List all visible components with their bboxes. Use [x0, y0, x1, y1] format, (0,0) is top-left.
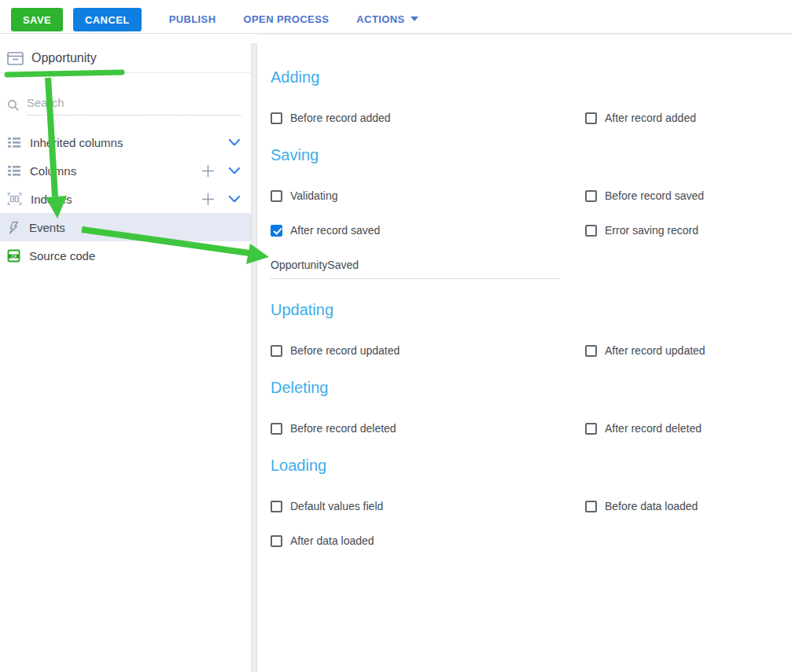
sidebar-item-indexes[interactable]: Indexes — [0, 185, 251, 213]
section-saving: SavingValidatingBefore record savedAfter… — [271, 146, 792, 279]
sidebar-item-source-code[interactable]: C#Source code — [0, 241, 251, 270]
sidebar-item-label: Source code — [29, 249, 241, 263]
event-option-default-values-field[interactable]: Default values field — [271, 500, 585, 512]
object-header: Opportunity — [0, 34, 251, 73]
event-option-after-record-updated[interactable]: After record updated — [585, 344, 792, 357]
event-option-error-saving-record[interactable]: Error saving record — [585, 224, 792, 237]
add-icon[interactable] — [201, 164, 215, 178]
caret-down-icon — [411, 17, 418, 21]
section-title: Saving — [271, 146, 792, 164]
list-icon — [7, 165, 21, 177]
section-loading: LoadingDefault values fieldBefore data l… — [271, 457, 792, 547]
event-option-after-data-loaded[interactable]: After data loaded — [271, 534, 585, 547]
cancel-button[interactable]: CANCEL — [73, 8, 142, 31]
checkbox-label: After data loaded — [290, 534, 374, 547]
checkbox-label: Validating — [290, 189, 337, 202]
checkbox-unchecked[interactable] — [585, 423, 597, 435]
checkbox-row: Before record addedAfter record added — [271, 112, 792, 124]
event-option-validating[interactable]: Validating — [271, 189, 585, 202]
checkbox-label: Before data loaded — [605, 500, 698, 512]
checkbox-unchecked[interactable] — [271, 423, 282, 435]
section-updating: UpdatingBefore record updatedAfter recor… — [271, 301, 792, 357]
section-title: Adding — [271, 68, 792, 86]
checkbox-label: Before record updated — [290, 344, 400, 357]
search-icon — [7, 99, 20, 116]
chevron-down-icon[interactable] — [228, 167, 241, 175]
checkbox-unchecked[interactable] — [271, 501, 282, 512]
publish-button[interactable]: PUBLISH — [169, 8, 216, 31]
chevron-down-icon[interactable] — [228, 138, 241, 147]
event-option-before-record-updated[interactable]: Before record updated — [271, 344, 585, 357]
checkbox-label: After record saved — [290, 224, 380, 237]
checkbox-unchecked[interactable] — [585, 190, 597, 202]
checkbox-unchecked[interactable] — [585, 501, 597, 512]
checkbox-label: Default values field — [290, 500, 383, 512]
checkbox-label: After record deleted — [605, 422, 702, 435]
add-icon[interactable] — [201, 193, 215, 206]
save-button[interactable]: SAVE — [11, 8, 63, 31]
source-file-icon: C# — [7, 249, 20, 263]
section-adding: AddingBefore record addedAfter record ad… — [271, 68, 792, 124]
section-title: Updating — [271, 301, 792, 319]
list-icon — [7, 137, 21, 149]
empty-cell — [585, 534, 792, 547]
chevron-down-icon[interactable] — [228, 195, 241, 204]
open-process-button[interactable]: OPEN PROCESS — [243, 8, 329, 31]
event-option-before-data-loaded[interactable]: Before data loaded — [585, 500, 792, 512]
checkbox-checked[interactable] — [271, 225, 282, 237]
lightning-icon — [7, 221, 20, 234]
sidebar-item-list: Inherited columnsColumnsIndexesEventsC#S… — [0, 128, 251, 270]
checkbox-row: Before record deletedAfter record delete… — [271, 422, 792, 435]
index-icon — [7, 193, 22, 205]
event-name-input[interactable] — [271, 259, 559, 279]
checkbox-label: Before record saved — [605, 189, 704, 202]
event-sections: AddingBefore record addedAfter record ad… — [271, 68, 792, 547]
checkbox-unchecked[interactable] — [585, 112, 597, 124]
actions-menu-button[interactable]: ACTIONS — [356, 8, 418, 31]
checkbox-label: After record updated — [605, 344, 705, 357]
event-option-after-record-saved[interactable]: After record saved — [271, 224, 585, 237]
event-option-before-record-saved[interactable]: Before record saved — [585, 189, 792, 202]
checkbox-row: ValidatingBefore record saved — [271, 189, 792, 202]
drawer-box-icon — [7, 52, 24, 65]
sidebar-item-label: Events — [29, 221, 241, 234]
section-title: Loading — [271, 457, 792, 475]
events-panel: AddingBefore record addedAfter record ad… — [257, 34, 792, 672]
event-option-before-record-added[interactable]: Before record added — [271, 112, 585, 124]
object-structure-sidebar: Opportunity Inherited columnsColumnsInde… — [0, 34, 251, 672]
checkbox-label: After record added — [605, 112, 696, 124]
toolbar: SAVE CANCEL PUBLISH OPEN PROCESS ACTIONS — [0, 0, 792, 34]
sidebar-item-events[interactable]: Events — [0, 213, 251, 241]
section-title: Deleting — [271, 379, 792, 397]
search-box — [7, 96, 241, 116]
checkbox-row: Before record updatedAfter record update… — [271, 344, 792, 357]
sidebar-item-label: Columns — [30, 164, 201, 178]
checkbox-label: Error saving record — [605, 224, 698, 237]
actions-menu-label: ACTIONS — [356, 13, 404, 25]
checkbox-unchecked[interactable] — [585, 225, 597, 237]
event-option-after-record-added[interactable]: After record added — [585, 112, 792, 124]
sidebar-item-inherited-columns[interactable]: Inherited columns — [0, 128, 251, 156]
checkbox-unchecked[interactable] — [271, 535, 282, 547]
checkbox-row: Default values fieldBefore data loaded — [271, 500, 792, 512]
checkbox-unchecked[interactable] — [585, 345, 597, 357]
checkbox-unchecked[interactable] — [271, 345, 282, 357]
checkbox-row: After record savedError saving record — [271, 224, 792, 237]
sidebar-item-label: Indexes — [31, 193, 201, 206]
checkbox-unchecked[interactable] — [271, 190, 282, 202]
checkbox-unchecked[interactable] — [271, 112, 282, 124]
sidebar-item-columns[interactable]: Columns — [0, 156, 251, 185]
checkbox-label: Before record deleted — [290, 422, 396, 435]
object-title: Opportunity — [31, 51, 97, 65]
event-name-field-wrap — [271, 259, 792, 279]
svg-text:C#: C# — [12, 254, 17, 258]
sidebar-item-label: Inherited columns — [30, 136, 228, 149]
search-input[interactable] — [27, 96, 241, 116]
checkbox-row: After data loaded — [271, 534, 792, 547]
panel-divider — [251, 43, 257, 672]
checkbox-label: Before record added — [290, 112, 391, 124]
section-deleting: DeletingBefore record deletedAfter recor… — [271, 379, 792, 435]
event-option-after-record-deleted[interactable]: After record deleted — [585, 422, 792, 435]
event-option-before-record-deleted[interactable]: Before record deleted — [271, 422, 585, 435]
